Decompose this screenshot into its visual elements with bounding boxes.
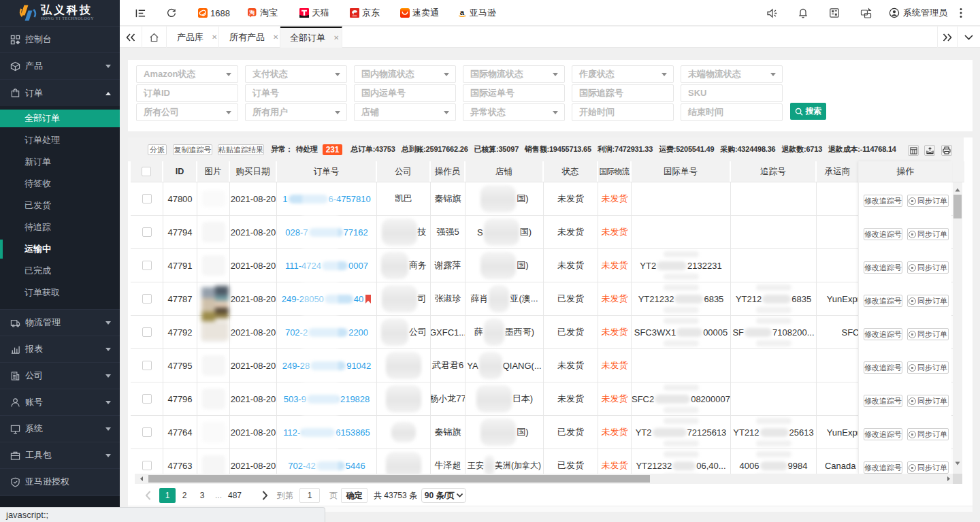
svg-text:淘: 淘: [248, 10, 255, 16]
svg-text:a: a: [460, 8, 465, 16]
